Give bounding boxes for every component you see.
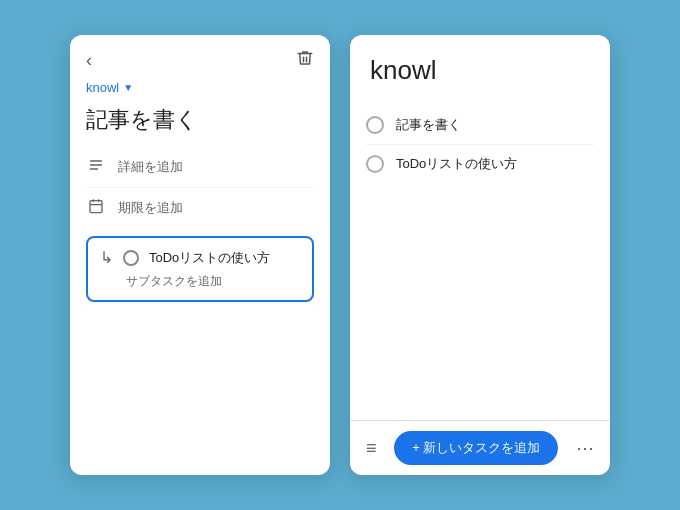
- add-task-button[interactable]: + 新しいタスクを追加: [394, 431, 558, 465]
- task-item-1[interactable]: ToDoリストの使い方: [366, 145, 594, 183]
- task-list: 記事を書く ToDoリストの使い方: [350, 98, 610, 420]
- deadline-label: 期限を追加: [118, 199, 183, 217]
- details-action-row[interactable]: 詳細を追加: [86, 147, 314, 188]
- task-title: 記事を書く: [70, 99, 330, 147]
- task-circle-0: [366, 116, 384, 134]
- subtask-row: ↳ ToDoリストの使い方: [100, 248, 300, 267]
- project-name: knowl: [86, 80, 119, 95]
- left-panel: ‹ knowl ▼ 記事を書く 詳細を追加: [70, 35, 330, 475]
- svg-rect-3: [90, 201, 102, 213]
- project-label[interactable]: knowl ▼: [70, 80, 330, 99]
- right-footer: ≡ + 新しいタスクを追加 ⋯: [350, 420, 610, 475]
- deadline-action-row[interactable]: 期限を追加: [86, 188, 314, 228]
- subtask-prefix-icon: ↳: [100, 248, 113, 267]
- trash-button[interactable]: [296, 49, 314, 72]
- subtask-add-label[interactable]: サブタスクを追加: [100, 267, 300, 290]
- subtask-label: ToDoリストの使い方: [149, 249, 270, 267]
- right-header: knowl: [350, 35, 610, 98]
- footer-menu-icon[interactable]: ≡: [366, 438, 377, 459]
- task-item-0[interactable]: 記事を書く: [366, 106, 594, 145]
- left-actions: 詳細を追加 期限を追加: [70, 147, 330, 228]
- calendar-icon: [86, 198, 106, 218]
- details-icon: [86, 157, 106, 177]
- details-label: 詳細を追加: [118, 158, 183, 176]
- right-panel: knowl 記事を書く ToDoリストの使い方 ≡ + 新しいタスクを追加 ⋯: [350, 35, 610, 475]
- subtask-circle-icon: [123, 250, 139, 266]
- task-label-0: 記事を書く: [396, 116, 461, 134]
- task-circle-1: [366, 155, 384, 173]
- chevron-down-icon: ▼: [123, 82, 133, 93]
- back-button[interactable]: ‹: [86, 50, 92, 71]
- left-header: ‹: [70, 35, 330, 80]
- subtask-section[interactable]: ↳ ToDoリストの使い方 サブタスクを追加: [86, 236, 314, 302]
- right-title: knowl: [370, 55, 590, 86]
- task-label-1: ToDoリストの使い方: [396, 155, 517, 173]
- footer-dots-icon[interactable]: ⋯: [576, 437, 594, 459]
